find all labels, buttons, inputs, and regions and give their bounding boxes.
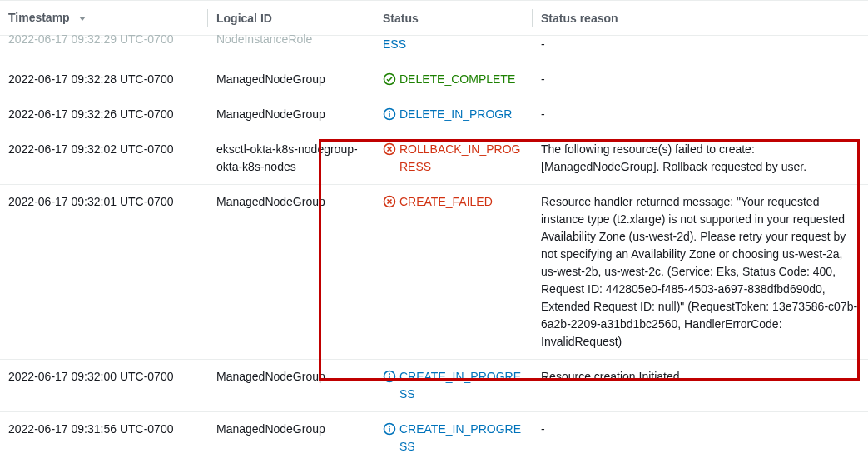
cell-status-reason: Resource handler returned message: "Your… [533, 185, 868, 360]
status-text[interactable]: CREATE_FAILED [399, 193, 493, 211]
header-status-reason-label: Status reason [541, 12, 618, 25]
cell-timestamp: 2022-06-17 09:32:02 UTC-0700 [0, 132, 208, 185]
events-table: Timestamp Logical ID Status Status reaso… [0, 1, 868, 463]
cell-status-reason: - [533, 36, 868, 62]
cell-logical-id: NodeInstanceRole [208, 36, 374, 62]
table-row: 2022-06-17 09:32:26 UTC-0700ManagedNodeG… [0, 97, 868, 132]
table-row: 2022-06-17 09:32:29 UTC-0700NodeInstance… [0, 36, 868, 62]
cell-status: CREATE_IN_PROGRESS [374, 412, 533, 463]
table-row: 2022-06-17 09:32:02 UTC-0700eksctl-okta-… [0, 132, 868, 185]
cell-status: ESS [374, 36, 533, 62]
header-status-label: Status [383, 12, 419, 25]
cell-logical-id: ManagedNodeGroup [208, 97, 374, 132]
status-text[interactable]: ROLLBACK_IN_PROGRESS [399, 141, 524, 176]
table-row: 2022-06-17 09:32:28 UTC-0700ManagedNodeG… [0, 62, 868, 97]
cell-status-reason: The following resource(s) failed to crea… [533, 132, 868, 185]
status-text[interactable]: ESS [383, 36, 406, 53]
header-timestamp[interactable]: Timestamp [0, 1, 208, 36]
cell-logical-id: eksctl-okta-k8s-nodegroup-okta-k8s-nodes [208, 132, 374, 185]
error-icon [383, 195, 396, 208]
svg-point-10 [389, 426, 390, 427]
header-status-reason[interactable]: Status reason [533, 1, 868, 36]
check-icon [383, 72, 396, 86]
cell-timestamp: 2022-06-17 09:32:26 UTC-0700 [0, 97, 208, 132]
cell-status-reason: - [533, 62, 868, 97]
cell-status-reason: - [533, 412, 868, 463]
cell-status-reason: Resource creation Initiated [533, 360, 868, 412]
cell-status: CREATE_FAILED [374, 185, 533, 360]
cell-timestamp: 2022-06-17 09:32:00 UTC-0700 [0, 360, 208, 412]
status-text[interactable]: DELETE_IN_PROGR [399, 106, 512, 123]
cell-logical-id: ManagedNodeGroup [208, 412, 374, 463]
svg-point-2 [389, 111, 390, 112]
cell-timestamp: 2022-06-17 09:31:56 UTC-0700 [0, 412, 208, 463]
info-icon [383, 370, 396, 383]
header-status[interactable]: Status [374, 1, 533, 36]
status-text[interactable]: CREATE_IN_PROGRESS [399, 368, 524, 403]
error-icon [383, 142, 396, 156]
table-header-row: Timestamp Logical ID Status Status reaso… [0, 1, 868, 36]
cell-timestamp: 2022-06-17 09:32:29 UTC-0700 [0, 36, 208, 62]
cell-logical-id: ManagedNodeGroup [208, 360, 374, 412]
cell-logical-id: ManagedNodeGroup [208, 62, 374, 97]
sort-desc-icon [78, 12, 87, 25]
events-table-container: Timestamp Logical ID Status Status reaso… [0, 0, 868, 463]
status-text[interactable]: CREATE_IN_PROGRESS [399, 421, 524, 456]
cell-status: CREATE_IN_PROGRESS [374, 360, 533, 412]
cell-status: DELETE_IN_PROGR [374, 97, 533, 132]
svg-rect-8 [389, 376, 390, 380]
cell-status: DELETE_COMPLETE [374, 62, 533, 97]
cell-status: ROLLBACK_IN_PROGRESS [374, 132, 533, 185]
header-logical-id-label: Logical ID [216, 12, 272, 25]
cell-status-reason: - [533, 97, 868, 132]
header-timestamp-label: Timestamp [8, 11, 70, 24]
info-icon [383, 107, 396, 121]
info-icon [383, 422, 396, 436]
cell-timestamp: 2022-06-17 09:32:28 UTC-0700 [0, 62, 208, 97]
cell-logical-id: ManagedNodeGroup [208, 185, 374, 360]
svg-rect-11 [389, 428, 390, 432]
header-logical-id[interactable]: Logical ID [208, 1, 374, 36]
table-row: 2022-06-17 09:32:00 UTC-0700ManagedNodeG… [0, 360, 868, 412]
table-row: 2022-06-17 09:32:01 UTC-0700ManagedNodeG… [0, 185, 868, 360]
status-text[interactable]: DELETE_COMPLETE [399, 71, 515, 88]
svg-rect-3 [389, 113, 390, 117]
svg-point-7 [389, 373, 390, 375]
cell-timestamp: 2022-06-17 09:32:01 UTC-0700 [0, 185, 208, 360]
table-row: 2022-06-17 09:31:56 UTC-0700ManagedNodeG… [0, 412, 868, 463]
